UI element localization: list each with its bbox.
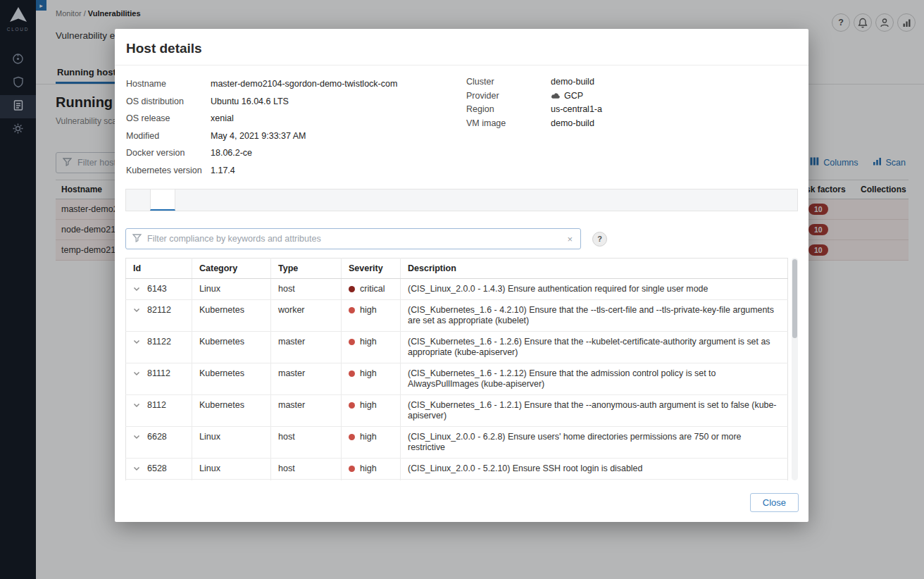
detail-row: OS distribution Ubuntu 16.04.6 LTS <box>126 93 797 111</box>
filter-help-icon[interactable]: ? <box>592 232 607 247</box>
details-left-column: Hostname master-demo2104-sgordon-demo-tw… <box>126 75 797 179</box>
compliance-category: Linux <box>192 427 271 459</box>
chevron-down-icon[interactable] <box>133 286 140 292</box>
compliance-category: Linux <box>192 459 271 480</box>
detail-row: Provider GCP <box>466 89 602 104</box>
detail-value: demo-build <box>551 117 594 131</box>
compliance-description: (CIS_Kubernetes_1.6 - 1.2.6) Ensure that… <box>401 332 788 363</box>
compliance-row[interactable]: 6528 Linux host high (CIS_Linux_2.0.0 - … <box>126 459 788 480</box>
severity-dot <box>349 371 355 377</box>
severity-dot <box>349 286 355 292</box>
compliance-category: Linux <box>192 279 271 300</box>
compliance-row[interactable]: 6143 Linux host critical (CIS_Linux_2.0.… <box>126 279 788 300</box>
chevron-down-icon[interactable] <box>133 339 140 344</box>
funnel-icon <box>132 232 142 245</box>
detail-label: Region <box>466 103 551 117</box>
detail-value: demo-build <box>551 75 594 89</box>
compliance-description: (CIS_Kubernetes_1.6 - 1.2.1) Ensure that… <box>401 395 788 427</box>
compliance-id: 6143 <box>147 284 167 294</box>
detail-value: May 4, 2021 9:33:37 AM <box>211 127 306 145</box>
severity-dot <box>349 434 355 440</box>
scrollbar-thumb[interactable] <box>792 259 797 338</box>
chevron-down-icon[interactable] <box>133 307 140 313</box>
clear-filter-icon[interactable]: × <box>566 234 574 244</box>
compliance-description: (CIS_Linux_2.0.0 - 6.2.8) Ensure users' … <box>401 427 788 459</box>
compliance-description: (CIS_Kubernetes_1.6 - 4.2.10) Ensure tha… <box>401 300 788 332</box>
host-details-modal: Host details Hostname master-demo2104-sg… <box>115 29 808 522</box>
compliance-id: 6528 <box>147 463 167 473</box>
modal-tab[interactable] <box>199 189 223 211</box>
compliance-row[interactable]: 81112 Kubernetes master high (CIS_Kubern… <box>126 363 788 395</box>
compliance-description: (CIS_Linux_2.0.0 - 1.4.3) Ensure authent… <box>401 279 788 300</box>
modal-tab[interactable] <box>126 189 150 211</box>
compliance-category: Kubernetes <box>192 395 271 427</box>
detail-row: Docker version 18.06.2-ce <box>126 144 797 162</box>
compliance-id: 81112 <box>147 368 170 378</box>
detail-value: us-central1-a <box>551 103 602 117</box>
detail-row: Modified May 4, 2021 9:33:37 AM <box>126 127 797 145</box>
detail-label: Modified <box>126 127 211 145</box>
severity-label: high <box>360 432 377 442</box>
compliance-row[interactable]: 6521 Linux host high (CIS_Linux_2.0.0 - … <box>126 480 788 481</box>
header-category[interactable]: Category <box>192 259 271 279</box>
severity-label: high <box>360 337 377 347</box>
chevron-down-icon[interactable] <box>133 434 140 440</box>
compliance-description: (CIS_Linux_2.0.0 - 5.2.10) Ensure SSH ro… <box>401 459 788 480</box>
header-description[interactable]: Description <box>401 259 788 279</box>
severity-dot <box>349 307 355 313</box>
compliance-type: host <box>271 279 342 300</box>
compliance-category: Kubernetes <box>192 300 271 332</box>
severity-label: high <box>360 305 377 315</box>
detail-label: VM image <box>466 117 551 131</box>
severity-label: high <box>360 368 377 378</box>
detail-row: VM image demo-build <box>466 117 602 131</box>
detail-label: Cluster <box>466 75 551 89</box>
severity-label: critical <box>360 284 385 294</box>
modal-tab[interactable] <box>223 189 247 211</box>
compliance-type: host <box>271 480 342 481</box>
header-type[interactable]: Type <box>271 259 342 279</box>
severity-dot <box>349 466 355 472</box>
compliance-type: master <box>271 332 342 363</box>
compliance-type: master <box>271 363 342 395</box>
modal-title: Host details <box>126 41 797 56</box>
detail-value: 1.17.4 <box>211 162 235 180</box>
compliance-type: worker <box>271 300 342 332</box>
detail-row: Cluster demo-build <box>466 75 602 89</box>
compliance-row[interactable]: 6628 Linux host high (CIS_Linux_2.0.0 - … <box>126 427 788 459</box>
detail-value: xenial <box>211 110 234 127</box>
compliance-type: master <box>271 395 342 427</box>
detail-label: Kubernetes version <box>126 162 211 180</box>
detail-row: Region us-central1-a <box>466 103 602 117</box>
compliance-row[interactable]: 82112 Kubernetes worker high (CIS_Kubern… <box>126 300 788 332</box>
detail-row: Kubernetes version 1.17.4 <box>126 162 797 180</box>
modal-header: Host details <box>115 29 808 66</box>
header-severity[interactable]: Severity <box>342 259 401 279</box>
detail-value: 18.06.2-ce <box>211 144 252 162</box>
compliance-row[interactable]: 81122 Kubernetes master high (CIS_Kubern… <box>126 332 788 363</box>
severity-label: high <box>360 463 377 473</box>
severity-dot <box>349 402 355 409</box>
detail-label: OS distribution <box>126 93 211 111</box>
detail-label: Docker version <box>126 144 211 162</box>
compliance-filter: × <box>125 228 581 249</box>
compliance-id: 81122 <box>147 337 171 347</box>
compliance-type: host <box>271 459 342 480</box>
table-scrollbar[interactable] <box>792 258 798 480</box>
chevron-down-icon[interactable] <box>133 466 140 471</box>
details-right-column: Cluster demo-build Provider GCP Region <box>466 75 602 130</box>
close-button[interactable]: Close <box>750 493 799 512</box>
chevron-down-icon[interactable] <box>133 402 140 408</box>
chevron-down-icon[interactable] <box>133 371 140 376</box>
compliance-id: 6628 <box>147 432 167 442</box>
detail-label: Hostname <box>126 75 211 93</box>
compliance-filter-input[interactable] <box>147 234 560 244</box>
modal-tab[interactable] <box>150 189 175 211</box>
gcp-icon <box>551 92 561 100</box>
modal-tab[interactable] <box>175 189 199 211</box>
compliance-filter-row: × ? <box>125 228 798 249</box>
compliance-category: Kubernetes <box>192 332 271 363</box>
compliance-category: Kubernetes <box>192 363 271 395</box>
compliance-row[interactable]: 8112 Kubernetes master high (CIS_Kuberne… <box>126 395 788 427</box>
header-id[interactable]: Id <box>126 259 192 279</box>
